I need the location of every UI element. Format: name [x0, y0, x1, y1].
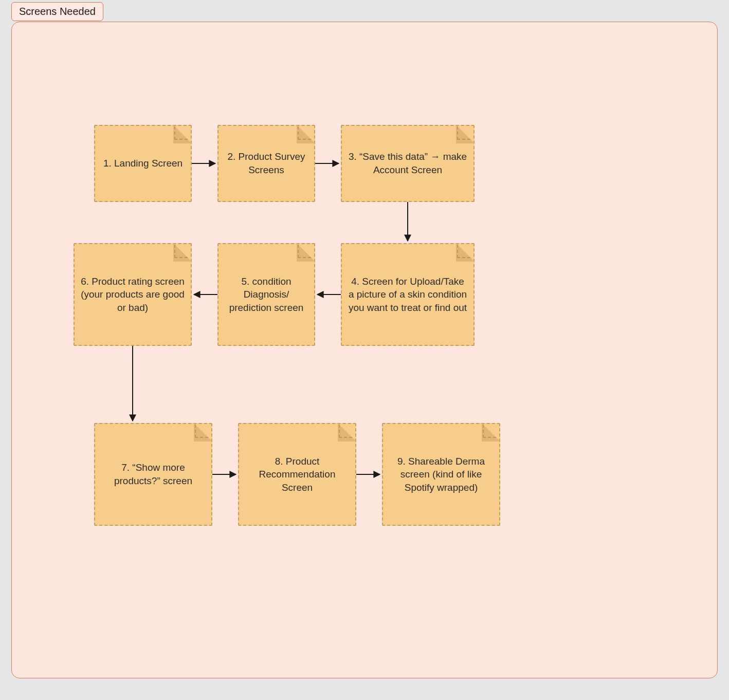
flow-node-n2: 2. Product Survey Screens: [217, 125, 315, 202]
node-label: 8. Product Recommendation Screen: [245, 455, 349, 494]
flow-node-n1: 1. Landing Screen: [94, 125, 192, 202]
flow-node-n7: 7. “Show more products?” screen: [94, 423, 212, 526]
page-fold-icon: [194, 423, 212, 441]
diagram-panel: 1. Landing Screen2. Product Survey Scree…: [11, 22, 718, 678]
diagram-title: Screens Needed: [11, 2, 103, 21]
page-fold-icon: [482, 423, 500, 441]
page-root: Screens Needed 1. Landing Screen2. Produ…: [0, 0, 729, 700]
node-label: 1. Landing Screen: [103, 157, 183, 170]
node-label: 4. Screen for Upload/Take a picture of a…: [348, 275, 467, 315]
flow-node-n4: 4. Screen for Upload/Take a picture of a…: [341, 243, 475, 346]
flow-node-n5: 5. condition Diagnosis/ prediction scree…: [217, 243, 315, 346]
flow-node-n9: 9. Shareable Derma screen (kind of like …: [382, 423, 500, 526]
node-label: 3. “Save this data” → make Account Scree…: [348, 150, 467, 176]
node-label: 5. condition Diagnosis/ prediction scree…: [225, 275, 308, 315]
flow-node-n3: 3. “Save this data” → make Account Scree…: [341, 125, 475, 202]
page-fold-icon: [297, 125, 315, 143]
node-label: 2. Product Survey Screens: [225, 150, 308, 176]
page-fold-icon: [173, 125, 192, 143]
arrow-layer: [12, 22, 717, 678]
diagram-canvas: 1. Landing Screen2. Product Survey Scree…: [12, 22, 717, 678]
flow-node-n6: 6. Product rating screen (your products …: [74, 243, 192, 346]
page-fold-icon: [297, 243, 315, 262]
node-label: 6. Product rating screen (your products …: [81, 275, 185, 315]
page-fold-icon: [456, 243, 475, 262]
page-fold-icon: [173, 243, 192, 262]
node-label: 7. “Show more products?” screen: [101, 461, 205, 487]
flow-node-n8: 8. Product Recommendation Screen: [238, 423, 356, 526]
page-fold-icon: [338, 423, 356, 441]
page-fold-icon: [456, 125, 475, 143]
node-label: 9. Shareable Derma screen (kind of like …: [389, 455, 493, 494]
